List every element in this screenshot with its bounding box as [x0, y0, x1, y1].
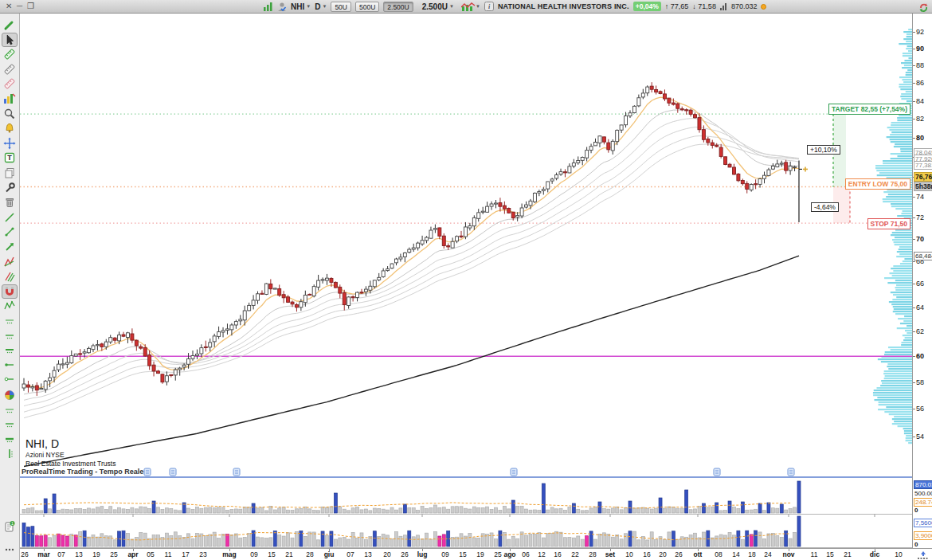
restore-button[interactable]: ❐ [27, 1, 34, 12]
user-status-icon[interactable] [277, 2, 287, 12]
date-label-day: 25 [494, 550, 501, 558]
indicator-settings-icon[interactable] [2, 92, 18, 106]
chevron-down-icon: ▼ [449, 4, 454, 9]
unit-button-50[interactable]: 50U [331, 2, 351, 12]
event-marker-icon[interactable] [233, 468, 240, 476]
event-marker-icon[interactable] [788, 468, 794, 476]
duplicate-icon[interactable] [2, 166, 18, 180]
hline-3-icon[interactable] [2, 343, 18, 358]
price-tick-label: 82 [916, 115, 924, 123]
unit-button-2500[interactable]: 2.500U [383, 2, 413, 12]
chart-sector[interactable]: Real Estate Investment Trusts [25, 460, 116, 468]
date-label-day: 13 [75, 550, 82, 558]
price-tick-label: 84 [916, 97, 924, 105]
color-wheel-icon[interactable] [2, 388, 18, 402]
date-label-month: set [605, 550, 615, 558]
hline-2-icon[interactable] [2, 329, 18, 343]
date-label-day: 28 [589, 550, 596, 558]
hline-5-icon[interactable] [2, 417, 18, 432]
endpoint-line-2-icon[interactable] [2, 373, 18, 387]
trendline-icon[interactable] [2, 210, 18, 225]
price-tick-mark [913, 32, 915, 33]
chart-exchange: Azioni NYSE [25, 451, 116, 459]
tools-icon[interactable] [2, 181, 18, 195]
endpoint-line-1-icon[interactable] [2, 358, 18, 373]
change-badge: +0,04% [633, 2, 661, 11]
volume-average-label: 248.746 [914, 498, 932, 507]
segment-icon[interactable] [2, 225, 18, 239]
vline-icon[interactable] [2, 447, 18, 461]
hline-1-icon[interactable] [2, 314, 18, 328]
price-tick-label: 80 [916, 134, 924, 142]
date-label-day: 09 [441, 550, 448, 558]
date-label-day: 26 [675, 550, 682, 558]
symbol-select[interactable]: NHI▼ [291, 2, 311, 11]
hline-4-icon[interactable] [2, 403, 18, 417]
timeframe-select[interactable]: D▼ [315, 2, 327, 11]
date-label-day: 22 [571, 550, 578, 558]
date-label-day: 20 [383, 550, 390, 558]
chart-type-select[interactable]: ▼ [461, 2, 480, 12]
date-label-month: nov [782, 550, 794, 558]
date-axis[interactable]: 26mar07131925apr05111723mag09152128giu07… [20, 548, 932, 560]
price-tick-label: 64 [916, 303, 924, 311]
price-tick-label: 66 [916, 280, 924, 288]
event-marker-icon[interactable] [170, 468, 176, 476]
volume-zero-label: 0 [914, 507, 918, 514]
date-label-day: 10 [895, 550, 902, 558]
company-name: NATIONAL HEALTH INVESTORS INC. [498, 2, 629, 10]
indicator-current-label: 7,5600 [914, 519, 932, 527]
trash-icon[interactable] [2, 195, 18, 210]
fibonacci-icon[interactable] [2, 299, 18, 313]
ruler-green-icon[interactable] [2, 47, 18, 61]
date-label-day: 24 [764, 550, 771, 558]
event-marker-icon[interactable] [511, 468, 517, 476]
text-tool-icon[interactable]: T [2, 151, 18, 165]
fan-lines-icon[interactable] [2, 255, 18, 269]
ruler-pink-icon[interactable] [2, 76, 18, 91]
unit-button-500[interactable]: 500U [355, 2, 379, 12]
date-label-day: 15 [459, 550, 466, 558]
price-tick-mark [913, 261, 915, 262]
date-label-month: ott [694, 550, 703, 558]
close-button[interactable]: ✕ [6, 1, 12, 12]
move-icon[interactable] [2, 136, 18, 151]
axis-settings-icon[interactable] [917, 550, 930, 560]
hline-6-icon[interactable] [2, 433, 18, 447]
entry-label[interactable]: ENTRY LOW 75,00 [845, 178, 910, 190]
pitchfork-icon[interactable] [2, 269, 18, 284]
more-icon[interactable] [2, 542, 18, 557]
info-icon[interactable]: i [484, 2, 494, 11]
magnet-icon[interactable] [2, 284, 18, 299]
date-label-day: 11 [165, 550, 172, 558]
refresh-icon[interactable] [918, 2, 929, 16]
chart-canvas[interactable] [20, 14, 912, 548]
date-tick-mark [329, 549, 330, 551]
ruler-gray-icon[interactable] [2, 62, 18, 76]
chart-stats-icon[interactable] [263, 2, 273, 12]
volume-bars-icon [720, 3, 727, 10]
market-status-dot [761, 4, 766, 10]
orders-doc-icon[interactable]: 1 [2, 519, 18, 534]
target-label[interactable]: TARGET 82,55 (+7,54%) [828, 104, 910, 115]
date-label-day: 13 [364, 550, 371, 558]
arrow-icon[interactable] [2, 240, 18, 254]
date-tick-mark [229, 549, 230, 551]
date-label-month: dic [870, 550, 879, 558]
price-axis[interactable]: 78,049 77,926 77,381 76,76 5h38m 68,484 … [912, 14, 932, 548]
event-marker-icon[interactable] [714, 468, 720, 476]
cursor-icon[interactable] [2, 33, 18, 47]
draw-pencil-icon[interactable] [2, 18, 18, 32]
quantity-select[interactable]: 2.500U▼ [422, 2, 454, 11]
date-tick-mark [789, 549, 789, 551]
alert-bell-icon[interactable] [2, 121, 18, 135]
zoom-icon[interactable] [2, 107, 18, 121]
stop-label[interactable]: STOP 71,50 [867, 218, 910, 229]
price-tick-mark [913, 49, 915, 49]
minimize-button[interactable]: ─ [17, 1, 22, 12]
date-label-day: 08 [715, 550, 722, 558]
price-tick-label: 74 [916, 193, 924, 201]
price-tick-label: 88 [916, 61, 924, 69]
event-marker-icon[interactable] [144, 468, 151, 476]
trading-platform-window: ✕ ─ ❐ NHI▼ D▼ 50U 500U 2.500U 2.500U▼ [0, 0, 932, 560]
